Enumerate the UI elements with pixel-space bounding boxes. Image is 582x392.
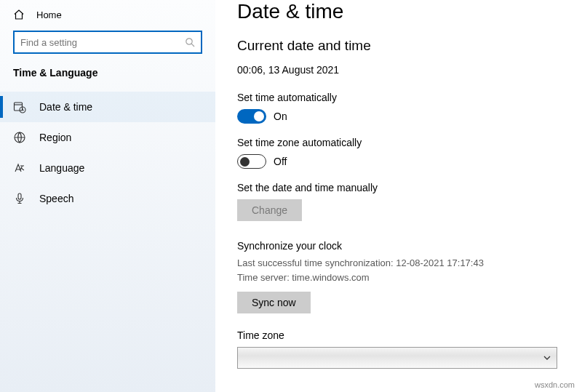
svg-point-0 (186, 39, 192, 44)
language-icon (13, 161, 26, 175)
search-input-container[interactable] (13, 31, 202, 54)
sidebar-item-label: Region (39, 132, 71, 143)
set-tz-auto-state: Off (274, 156, 287, 167)
calendar-clock-icon (13, 100, 26, 113)
sync-last-success: Last successful time synchronization: 12… (237, 256, 560, 271)
sidebar-item-language[interactable]: Language (0, 153, 215, 183)
watermark: wsxdn.com (535, 380, 575, 389)
svg-rect-4 (18, 193, 21, 199)
search-input[interactable] (20, 37, 185, 48)
set-tz-auto-label: Set time zone automatically (237, 137, 560, 148)
sync-time-server: Time server: time.windows.com (237, 271, 560, 285)
set-time-auto-label: Set time automatically (237, 92, 560, 103)
timezone-label: Time zone (237, 329, 560, 341)
home-icon (13, 9, 25, 20)
sidebar-item-label: Language (39, 162, 84, 174)
change-button: Change (237, 199, 302, 221)
search-icon (185, 37, 195, 47)
sidebar-item-label: Date & time (39, 101, 92, 113)
timezone-dropdown[interactable] (237, 347, 557, 369)
sidebar-item-date-time[interactable]: Date & time (0, 92, 215, 122)
manual-set-label: Set the date and time manually (237, 182, 560, 193)
home-link[interactable]: Home (0, 4, 215, 31)
set-time-auto-toggle[interactable] (237, 109, 266, 124)
sidebar: Home Time & Language Date & time (0, 0, 215, 392)
sync-clock-title: Synchronize your clock (237, 240, 560, 252)
sync-now-button[interactable]: Sync now (237, 292, 311, 313)
sidebar-item-region[interactable]: Region (0, 122, 215, 153)
svg-rect-1 (15, 103, 23, 111)
current-datetime-heading: Current date and time (237, 38, 560, 54)
sidebar-item-label: Speech (39, 193, 73, 204)
sidebar-section-title: Time & Language (0, 67, 215, 92)
globe-icon (13, 131, 26, 144)
chevron-down-icon (542, 353, 552, 363)
sidebar-item-speech[interactable]: Speech (0, 183, 215, 214)
current-datetime-value: 00:06, 13 August 2021 (237, 64, 560, 76)
set-tz-auto-toggle[interactable] (237, 154, 266, 169)
home-label: Home (36, 9, 62, 20)
page-title: Date & time (237, 0, 560, 23)
main-content: Date & time Current date and time 00:06,… (215, 0, 582, 392)
set-time-auto-state: On (274, 111, 287, 122)
microphone-icon (13, 192, 26, 205)
